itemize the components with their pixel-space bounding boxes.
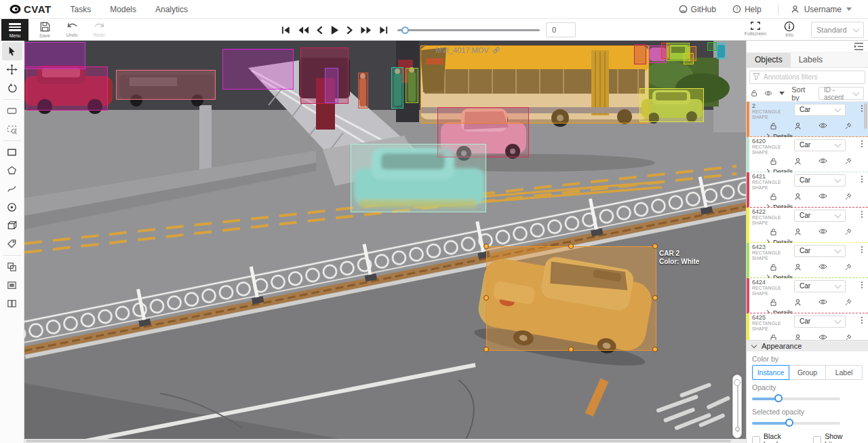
hide-icon[interactable] bbox=[818, 263, 827, 271]
lock-icon[interactable] bbox=[770, 193, 777, 201]
annotation-box[interactable] bbox=[391, 67, 403, 109]
info-button[interactable]: Info bbox=[777, 20, 802, 41]
more-actions-icon[interactable] bbox=[860, 209, 865, 220]
annotations-filter-input[interactable] bbox=[749, 71, 865, 84]
lock-icon[interactable] bbox=[770, 157, 777, 166]
help-link[interactable]: ? Help bbox=[732, 5, 762, 14]
occluded-icon[interactable] bbox=[794, 334, 802, 340]
link-icon[interactable] bbox=[492, 46, 500, 54]
pin-icon[interactable] bbox=[844, 298, 852, 307]
lock-icon[interactable] bbox=[770, 263, 777, 271]
object-list-item[interactable]: 6420 RECTANGLE SHAPE Car bbox=[747, 137, 868, 172]
tool-draw-rectangle[interactable] bbox=[2, 143, 22, 161]
collapse-sidebar-icon[interactable] bbox=[854, 42, 864, 51]
nav-analytics[interactable]: Analytics bbox=[155, 5, 188, 14]
expand-all-icon[interactable] bbox=[779, 92, 785, 95]
tool-draw-points[interactable] bbox=[2, 198, 22, 216]
github-link[interactable]: GitHub bbox=[679, 5, 716, 14]
tab-labels[interactable]: Labels bbox=[791, 53, 831, 67]
occluded-icon[interactable] bbox=[794, 122, 802, 130]
hide-icon[interactable] bbox=[818, 334, 827, 340]
show-bitmap-checkbox[interactable]: Show bitmap bbox=[813, 432, 863, 443]
annotation-box[interactable] bbox=[358, 73, 368, 109]
occluded-icon[interactable] bbox=[794, 263, 802, 271]
lock-all-icon[interactable] bbox=[751, 89, 757, 98]
hide-icon[interactable] bbox=[818, 157, 827, 166]
annotation-box[interactable] bbox=[406, 68, 418, 103]
annotation-box[interactable] bbox=[717, 43, 726, 59]
object-list-item[interactable]: 2 RECTANGLE SHAPE Car bbox=[747, 102, 868, 137]
cvat-logo[interactable]: CVAT bbox=[9, 3, 52, 15]
hide-icon[interactable] bbox=[818, 228, 827, 236]
more-actions-icon[interactable] bbox=[860, 244, 865, 256]
canvas-horizontal-scrollbar[interactable] bbox=[24, 439, 746, 443]
lock-icon[interactable] bbox=[770, 122, 777, 130]
hide-icon[interactable] bbox=[818, 298, 827, 307]
object-label-select[interactable]: Car bbox=[794, 210, 846, 222]
black-borders-checkbox[interactable]: Black borders bbox=[752, 432, 804, 443]
nav-tasks[interactable]: Tasks bbox=[71, 5, 92, 14]
opacity-slider[interactable] bbox=[752, 394, 840, 402]
backward-button[interactable] bbox=[297, 25, 310, 35]
zoom-plus-icon[interactable] bbox=[735, 427, 740, 431]
annotation-box[interactable] bbox=[351, 144, 486, 212]
object-label-select[interactable]: Car bbox=[794, 245, 846, 257]
fullscreen-button[interactable]: Fullscreen bbox=[743, 20, 768, 41]
pin-icon[interactable] bbox=[844, 228, 852, 236]
tool-split[interactable] bbox=[2, 294, 22, 313]
object-label-select[interactable]: Car bbox=[794, 104, 846, 116]
user-menu[interactable]: Username bbox=[791, 5, 852, 14]
frame-slider[interactable] bbox=[397, 26, 540, 33]
resize-handle[interactable] bbox=[568, 347, 574, 352]
object-label-select[interactable]: Car bbox=[794, 280, 846, 292]
annotation-canvas[interactable]: CAR 2 Color: White bbox=[24, 41, 746, 443]
hide-icon[interactable] bbox=[818, 193, 827, 201]
annotation-box[interactable] bbox=[634, 44, 646, 64]
tab-objects[interactable]: Objects bbox=[747, 53, 791, 67]
tool-rotate[interactable] bbox=[2, 79, 22, 97]
last-frame-button[interactable] bbox=[378, 25, 389, 35]
objects-list-scrollbar[interactable] bbox=[864, 103, 867, 129]
annotation-box[interactable] bbox=[116, 70, 216, 100]
tool-move[interactable] bbox=[2, 60, 22, 79]
object-label-select[interactable]: Car bbox=[794, 174, 846, 187]
annotation-box[interactable] bbox=[325, 68, 338, 103]
annotation-box[interactable] bbox=[222, 49, 294, 90]
pin-icon[interactable] bbox=[844, 157, 852, 166]
annotation-box[interactable] bbox=[690, 46, 696, 61]
lock-icon[interactable] bbox=[770, 228, 777, 236]
hide-all-icon[interactable] bbox=[764, 90, 772, 97]
play-button[interactable] bbox=[330, 24, 340, 36]
selected-opacity-slider[interactable] bbox=[752, 419, 840, 427]
tool-select-region[interactable] bbox=[2, 120, 22, 138]
object-list-item[interactable]: 6422 RECTANGLE SHAPE Car bbox=[747, 208, 868, 243]
annotation-box[interactable] bbox=[639, 88, 704, 122]
menu-button[interactable]: Menu bbox=[1, 19, 28, 41]
tool-setup-tag[interactable] bbox=[2, 235, 22, 253]
lock-icon[interactable] bbox=[770, 298, 777, 307]
redo-button[interactable]: Redo bbox=[87, 20, 111, 41]
object-label-select[interactable]: Car bbox=[794, 315, 846, 328]
resize-handle[interactable] bbox=[652, 244, 658, 249]
color-by-label-option[interactable]: Label bbox=[825, 365, 863, 380]
next-frame-button[interactable] bbox=[346, 25, 353, 35]
annotation-box[interactable] bbox=[707, 42, 717, 51]
canvas-zoom-slider[interactable] bbox=[732, 374, 742, 438]
annotation-box[interactable] bbox=[24, 42, 85, 69]
pin-icon[interactable] bbox=[844, 334, 852, 340]
tool-fit-image[interactable] bbox=[2, 102, 22, 120]
save-button[interactable]: Save bbox=[33, 20, 57, 41]
more-actions-icon[interactable] bbox=[860, 315, 865, 326]
pin-icon[interactable] bbox=[844, 263, 852, 271]
color-by-instance[interactable]: Instance bbox=[752, 365, 789, 380]
nav-models[interactable]: Models bbox=[110, 5, 136, 14]
tool-merge[interactable] bbox=[2, 258, 22, 276]
resize-handle[interactable] bbox=[484, 244, 489, 249]
tool-draw-polyline[interactable] bbox=[2, 180, 22, 198]
object-list-item[interactable]: 6421 RECTANGLE SHAPE Car bbox=[747, 172, 868, 208]
tool-group[interactable] bbox=[2, 276, 22, 294]
resize-handle[interactable] bbox=[652, 295, 658, 301]
appearance-header[interactable]: Appearance bbox=[747, 341, 868, 351]
occluded-icon[interactable] bbox=[794, 228, 802, 236]
object-list-item[interactable]: 6425 RECTANGLE SHAPE Car bbox=[747, 313, 868, 340]
